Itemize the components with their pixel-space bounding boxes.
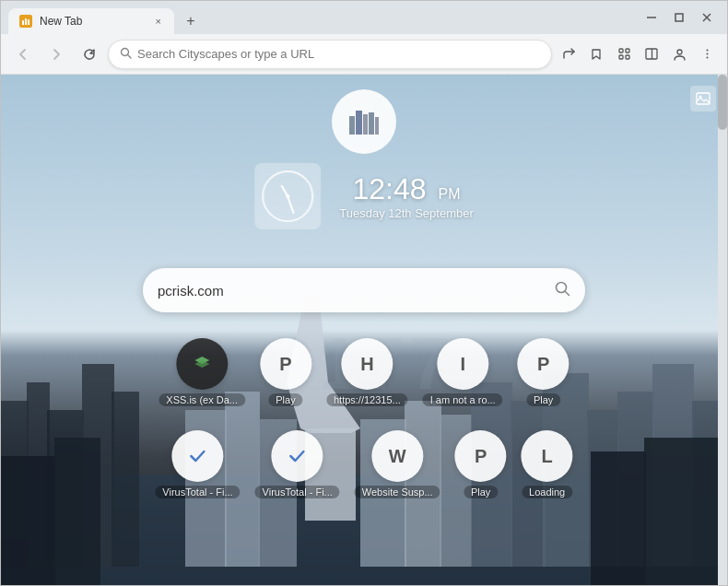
speed-dial-icon-7	[272, 430, 323, 482]
analog-clock	[254, 163, 321, 229]
active-tab[interactable]: New Tab ×	[8, 8, 174, 34]
speed-dial-icon-2: P	[260, 338, 311, 390]
speed-dial-item-1[interactable]: XSS.is (ex Da...	[155, 331, 249, 414]
svg-rect-1	[25, 18, 27, 25]
speed-dial-item-3[interactable]: H https://12315...	[323, 331, 412, 414]
speed-dial-item-8[interactable]: W Website Susp...	[351, 423, 444, 506]
page-search-input[interactable]	[158, 283, 546, 299]
speed-dial-label-8: Website Susp...	[355, 486, 440, 498]
speed-dial-label-6: VirusTotal - Fi...	[155, 486, 240, 498]
speed-dial-item-9[interactable]: P Play	[452, 423, 511, 506]
new-tab-button[interactable]: +	[178, 8, 204, 34]
speed-dial-label-4: I am not a ro...	[423, 393, 503, 406]
speed-dial-letter-8: W	[389, 446, 406, 467]
address-search-icon	[120, 47, 132, 62]
svg-rect-9	[619, 49, 623, 53]
speed-dial-icon-8: W	[371, 430, 423, 482]
bookmark-button[interactable]	[583, 41, 609, 67]
clock-center-dot	[286, 194, 289, 198]
svg-rect-2	[28, 19, 29, 25]
svg-line-52	[565, 291, 569, 296]
address-input[interactable]	[137, 47, 540, 61]
extensions-button[interactable]	[611, 41, 637, 67]
digital-clock: 12:48 PM Tuesday 12th September	[339, 172, 474, 220]
clock-minute-hand	[288, 196, 295, 214]
cityscapes-logo	[332, 89, 396, 154]
forward-button[interactable]	[41, 40, 71, 69]
speed-dial-letter-9: P	[475, 446, 487, 467]
clock-analog-face	[262, 170, 313, 222]
address-bar[interactable]	[108, 40, 552, 69]
speed-dial-label-10: Loading	[522, 486, 572, 498]
svg-rect-12	[626, 55, 629, 59]
speed-dial-letter-5: P	[537, 354, 549, 375]
clock-time: 12:48 PM	[339, 172, 474, 206]
clock-widget: 12:48 PM Tuesday 12th September	[254, 163, 474, 229]
speed-dial-icon-10: L	[522, 430, 573, 482]
browser-window: New Tab × +	[0, 0, 728, 586]
speed-dial-row-1: XSS.is (ex Da... P Play H https://12315.…	[155, 331, 572, 414]
share-button[interactable]	[556, 41, 581, 67]
title-bar: New Tab × +	[1, 1, 727, 34]
speed-dial-label-3: https://12315...	[326, 393, 408, 406]
page-search-bar	[143, 268, 585, 312]
speed-dial-icon-3: H	[341, 338, 393, 390]
svg-rect-41	[54, 438, 100, 585]
toolbar	[1, 34, 727, 75]
clock-ampm: PM	[438, 186, 460, 202]
speed-dial-label-5: Play	[526, 393, 560, 406]
speed-dial-icon-6	[171, 430, 223, 482]
svg-point-15	[677, 50, 682, 54]
split-view-button[interactable]	[639, 41, 664, 67]
tab-close-button[interactable]: ×	[154, 14, 163, 29]
svg-rect-24	[112, 392, 139, 567]
svg-rect-0	[22, 20, 24, 25]
maximize-button[interactable]	[666, 8, 692, 27]
speed-dial-item-2[interactable]: P Play	[256, 331, 315, 414]
speed-dial-item-5[interactable]: P Play	[514, 331, 573, 414]
account-button[interactable]	[666, 41, 692, 67]
svg-rect-10	[626, 49, 629, 53]
page-search-inner	[143, 268, 585, 312]
speed-dial-item-6[interactable]: VirusTotal - Fi...	[151, 423, 243, 506]
svg-point-16	[706, 50, 708, 52]
svg-rect-44	[349, 116, 355, 135]
svg-rect-4	[675, 14, 683, 21]
scrollbar[interactable]	[718, 75, 727, 585]
back-button[interactable]	[8, 40, 38, 69]
tab-area: New Tab × +	[8, 1, 635, 34]
svg-rect-11	[619, 55, 623, 59]
clock-time-value: 12:48	[353, 172, 427, 205]
close-button[interactable]	[694, 8, 720, 27]
svg-rect-45	[356, 111, 362, 135]
scrollbar-thumb[interactable]	[718, 75, 727, 130]
speed-dial-icon-4: I	[437, 338, 488, 390]
speed-dial-item-4[interactable]: I I am not a ro...	[419, 331, 507, 414]
speed-dial-label-1: XSS.is (ex Da...	[159, 393, 245, 406]
speed-dial-item-10[interactable]: L Loading	[518, 423, 577, 506]
speed-dial-icon-1	[176, 338, 228, 390]
tab-favicon	[19, 15, 32, 28]
minimize-button[interactable]	[639, 8, 664, 27]
svg-rect-42	[591, 451, 646, 585]
window-controls	[639, 8, 720, 27]
svg-rect-43	[644, 438, 720, 585]
svg-line-8	[128, 54, 132, 58]
svg-rect-3	[647, 17, 656, 18]
svg-point-17	[706, 53, 708, 55]
page-content: 9177	[1, 75, 727, 585]
speed-dial-item-7[interactable]: VirusTotal - Fi...	[252, 423, 344, 506]
speed-dial-label-2: Play	[268, 393, 302, 406]
svg-rect-40	[1, 456, 56, 585]
image-icon-button[interactable]	[690, 86, 716, 111]
svg-rect-47	[369, 112, 374, 135]
clock-date: Tuesday 12th September	[339, 206, 474, 220]
svg-point-18	[706, 57, 708, 59]
speed-dial-row-2: VirusTotal - Fi... VirusTotal - Fi... W …	[151, 423, 576, 506]
menu-button[interactable]	[694, 41, 720, 67]
page-search-button[interactable]	[554, 280, 570, 301]
speed-dial-label-9: Play	[464, 486, 498, 498]
speed-dial-icon-9: P	[455, 430, 507, 482]
reload-button[interactable]	[75, 40, 104, 69]
svg-rect-46	[363, 114, 368, 135]
